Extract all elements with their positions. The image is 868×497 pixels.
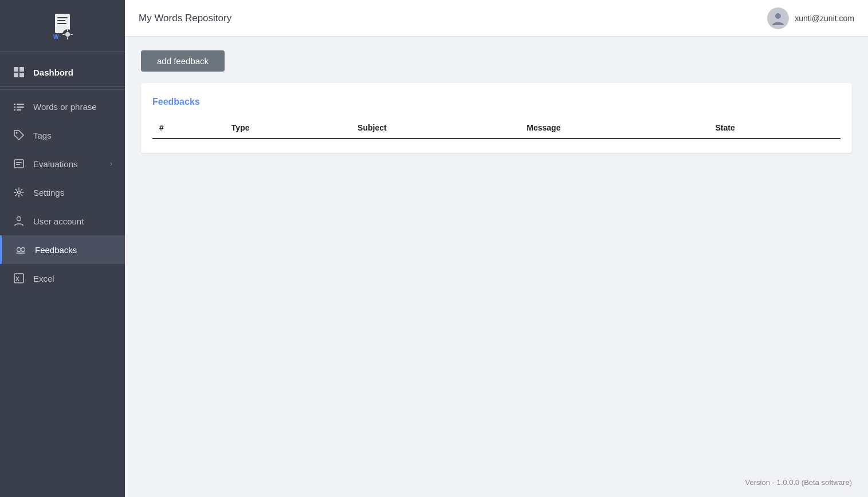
dashboard-icon: [13, 66, 25, 78]
svg-point-21: [16, 132, 18, 134]
svg-rect-15: [14, 104, 15, 105]
svg-rect-17: [14, 107, 15, 108]
add-feedback-button[interactable]: add feedback: [141, 50, 225, 72]
sidebar-item-dashboard[interactable]: Dashbord: [0, 58, 125, 87]
svg-rect-9: [62, 34, 65, 35]
col-subject: Subject: [351, 117, 520, 139]
feedbacks-icon: [14, 243, 27, 256]
svg-rect-16: [17, 104, 24, 105]
svg-point-28: [21, 248, 25, 252]
col-type: Type: [225, 117, 351, 139]
svg-rect-1: [57, 17, 68, 18]
svg-rect-8: [67, 37, 68, 40]
col-state: State: [708, 117, 840, 139]
user-avatar-area[interactable]: xunti@zunit.com: [767, 7, 854, 29]
version-text: Version - 1.0.0.0 (Beta software): [745, 478, 852, 487]
svg-text:X: X: [15, 276, 19, 282]
sidebar-item-evaluations[interactable]: Evaluations ›: [0, 149, 125, 178]
main-content: My Words Repository xunti@zunit.com add …: [125, 0, 868, 497]
page-title: My Words Repository: [139, 13, 231, 24]
svg-point-33: [775, 13, 781, 19]
words-icon: [13, 100, 25, 113]
svg-rect-20: [17, 109, 21, 111]
sidebar-item-label: Excel: [33, 274, 54, 283]
table-header-row: # Type Subject Message State: [152, 117, 840, 139]
evaluations-icon: [13, 157, 25, 170]
user-email: xunti@zunit.com: [795, 14, 854, 23]
svg-point-26: [17, 217, 21, 221]
excel-icon: X: [13, 272, 25, 285]
svg-rect-3: [57, 23, 66, 24]
svg-rect-24: [16, 164, 20, 165]
svg-rect-7: [67, 29, 68, 31]
svg-rect-14: [19, 73, 24, 77]
content-area: add feedback Feedbacks # Type Subject Me…: [125, 37, 868, 497]
nav-divider-1: [0, 89, 125, 90]
svg-rect-22: [14, 160, 23, 168]
sidebar-item-user-account[interactable]: User account: [0, 207, 125, 235]
svg-rect-13: [14, 73, 18, 77]
sidebar-item-label: Feedbacks: [35, 245, 77, 255]
svg-rect-12: [19, 67, 24, 72]
svg-rect-18: [17, 107, 24, 108]
feedbacks-table: # Type Subject Message State: [152, 117, 840, 139]
svg-point-6: [65, 32, 70, 37]
svg-rect-2: [57, 20, 65, 21]
topbar: My Words Repository xunti@zunit.com: [125, 0, 868, 37]
sidebar-logo: W: [0, 0, 125, 52]
feedbacks-section-title: Feedbacks: [152, 97, 840, 107]
chevron-right-icon: ›: [110, 160, 112, 168]
sidebar-item-label: User account: [33, 216, 84, 226]
sidebar-item-label: Settings: [33, 188, 64, 198]
sidebar: W Dashbord: [0, 0, 125, 497]
sidebar-item-excel[interactable]: X Excel: [0, 264, 125, 293]
sidebar-item-label: Words or phrase: [33, 102, 97, 112]
avatar: [767, 7, 789, 29]
app-logo: W: [47, 11, 78, 42]
svg-rect-11: [14, 67, 18, 72]
sidebar-item-label: Tags: [33, 131, 52, 140]
tags-icon: [13, 129, 25, 141]
settings-icon: [13, 186, 25, 199]
sidebar-item-settings[interactable]: Settings: [0, 178, 125, 207]
svg-point-25: [18, 191, 21, 194]
svg-text:W: W: [53, 34, 59, 40]
table-header: # Type Subject Message State: [152, 117, 840, 139]
user-icon: [13, 215, 25, 227]
col-message: Message: [520, 117, 708, 139]
svg-rect-23: [16, 162, 22, 163]
feedbacks-card: Feedbacks # Type Subject Message State: [141, 83, 852, 153]
sidebar-navigation: Dashbord Words or phrase: [0, 52, 125, 497]
sidebar-item-words-or-phrase[interactable]: Words or phrase: [0, 92, 125, 121]
svg-rect-19: [14, 109, 15, 111]
col-number: #: [152, 117, 225, 139]
sidebar-item-label: Dashbord: [33, 68, 73, 77]
sidebar-item-tags[interactable]: Tags: [0, 121, 125, 149]
sidebar-item-label: Evaluations: [33, 159, 78, 169]
sidebar-item-feedbacks[interactable]: Feedbacks: [0, 235, 125, 264]
svg-rect-10: [70, 34, 73, 35]
svg-point-27: [17, 248, 21, 252]
